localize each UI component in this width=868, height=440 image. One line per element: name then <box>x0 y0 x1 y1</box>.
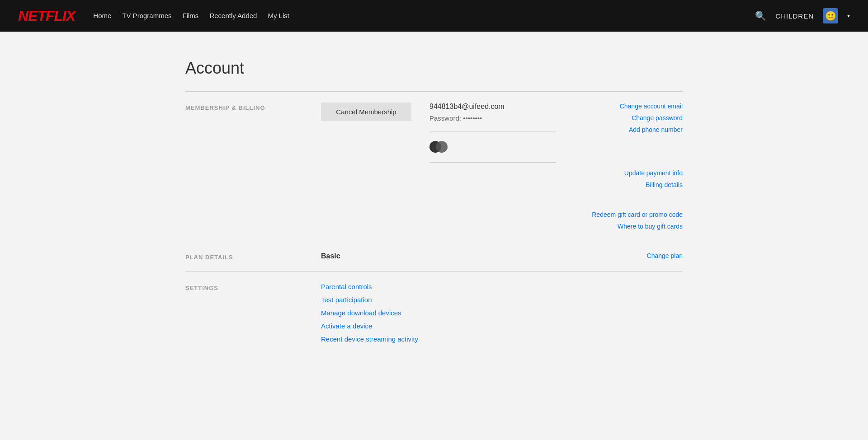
change-plan-link[interactable]: Change plan <box>647 252 683 259</box>
membership-section: MEMBERSHIP & BILLING Cancel Membership 9… <box>185 91 683 241</box>
nav-links: Home TV Programmes Films Recently Added … <box>93 12 289 20</box>
chevron-down-icon[interactable]: ▾ <box>847 13 850 19</box>
mastercard-icon <box>429 140 449 153</box>
avatar[interactable]: 🙂 <box>823 8 838 23</box>
plan-section-label: PLAN DETAILS <box>185 252 321 261</box>
search-icon[interactable]: 🔍 <box>755 10 766 21</box>
plan-section: PLAN DETAILS Basic Change plan <box>185 241 683 271</box>
main-content: Account MEMBERSHIP & BILLING Cancel Memb… <box>113 32 755 383</box>
payment-divider <box>429 131 556 131</box>
billing-details-link[interactable]: Billing details <box>646 181 683 188</box>
settings-section: SETTINGS Parental controls Test particip… <box>185 271 683 356</box>
nav-link-home[interactable]: Home <box>93 12 111 19</box>
manage-download-devices-link[interactable]: Manage download devices <box>321 309 556 317</box>
membership-details: 944813b4@uifeed.com Password: •••••••• <box>429 103 556 168</box>
update-payment-link[interactable]: Update payment info <box>624 169 683 177</box>
activate-device-link[interactable]: Activate a device <box>321 322 556 330</box>
children-label: CHILDREN <box>775 12 814 20</box>
test-participation-link[interactable]: Test participation <box>321 296 556 304</box>
mc-circle-right <box>436 141 448 153</box>
plan-name: Basic <box>321 252 556 260</box>
netflix-logo[interactable]: NETFLIX <box>18 8 75 24</box>
nav-link-my-list[interactable]: My List <box>268 12 289 19</box>
account-email: 944813b4@uifeed.com <box>429 103 556 111</box>
redeem-gift-link[interactable]: Redeem gift card or promo code <box>592 211 683 218</box>
nav-link-tv[interactable]: TV Programmes <box>122 12 171 19</box>
nav-link-recently-added[interactable]: Recently Added <box>209 12 257 19</box>
change-email-link[interactable]: Change account email <box>620 103 683 110</box>
change-password-link[interactable]: Change password <box>632 114 683 122</box>
recent-device-streaming-link[interactable]: Recent device streaming activity <box>321 335 556 343</box>
membership-section-label: MEMBERSHIP & BILLING <box>185 103 321 111</box>
settings-section-label: SETTINGS <box>185 283 321 291</box>
buy-gift-link[interactable]: Where to buy gift cards <box>618 223 683 230</box>
navbar: NETFLIX Home TV Programmes Films Recentl… <box>0 0 868 32</box>
membership-actions: Change account email Change password Add… <box>556 103 683 230</box>
plan-actions: Change plan <box>556 252 683 259</box>
nav-right: 🔍 CHILDREN 🙂 ▾ <box>755 8 850 23</box>
plan-details: Basic <box>321 252 556 260</box>
settings-links: Parental controls Test participation Man… <box>321 283 556 345</box>
nav-link-films[interactable]: Films <box>183 12 199 19</box>
page-title: Account <box>185 59 683 78</box>
parental-controls-link[interactable]: Parental controls <box>321 283 556 290</box>
cancel-membership-button[interactable]: Cancel Membership <box>321 103 411 121</box>
add-phone-link[interactable]: Add phone number <box>629 126 683 133</box>
password-display: Password: •••••••• <box>429 114 556 122</box>
payment-divider-2 <box>429 162 556 163</box>
